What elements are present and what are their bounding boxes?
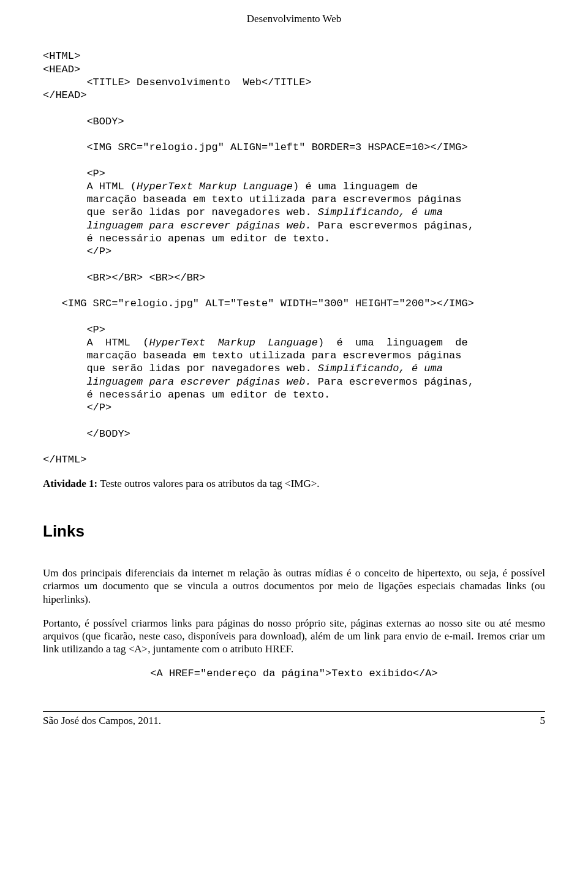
- code-line: A HTML (HyperText Markup Language) é uma…: [43, 337, 468, 349]
- page-header-title: Desenvolvimento Web: [43, 12, 545, 26]
- activity-label: Atividade 1:: [43, 478, 97, 489]
- code-line: que serão lidas por navegadores web. Sim…: [43, 363, 443, 374]
- activity-1: Atividade 1: Teste outros valores para o…: [43, 477, 545, 491]
- footer-page-number: 5: [540, 714, 546, 728]
- footer-left: São José dos Campos, 2011.: [43, 714, 161, 728]
- code-line: A HTML (HyperText Markup Language) é uma…: [43, 181, 418, 192]
- code-line: que serão lidas por navegadores web. Sim…: [43, 206, 443, 218]
- code-line: </P>: [43, 246, 111, 257]
- code-line: </BODY>: [43, 428, 130, 440]
- code-line: <HTML>: [43, 50, 80, 62]
- code-block-1: <HTML> <HEAD> <TITLE> Desenvolvimento We…: [43, 37, 545, 466]
- code-line: <IMG SRC="relogio.jpg" ALT="Teste" WIDTH…: [43, 298, 474, 309]
- code-line: marcação baseada em texto utilizada para…: [43, 194, 462, 205]
- activity-text: Teste outros valores para os atributos d…: [97, 478, 319, 489]
- code-line: <P>: [43, 324, 105, 336]
- code-line: é necessário apenas um editor de texto.: [43, 389, 330, 401]
- links-heading: Links: [43, 521, 545, 542]
- code-line: linguagem para escrever páginas web. Par…: [43, 376, 474, 388]
- code-line: <IMG SRC="relogio.jpg" ALIGN="left" BORD…: [43, 141, 468, 153]
- code-line: <BODY>: [43, 116, 124, 127]
- code-line: <BR></BR> <BR></BR>: [43, 272, 205, 284]
- code-line: linguagem para escrever páginas web. Par…: [43, 220, 474, 232]
- page-footer: São José dos Campos, 2011. 5: [43, 711, 545, 728]
- code-line: <HEAD>: [43, 64, 80, 75]
- links-paragraph-1: Um dos principais diferenciais da intern…: [43, 567, 545, 606]
- code-line: <P>: [43, 168, 105, 179]
- link-code-example: <A HREF="endereço da página">Texto exibi…: [43, 667, 545, 680]
- code-line: é necessário apenas um editor de texto.: [43, 233, 330, 244]
- code-line: </HEAD>: [43, 89, 86, 101]
- code-line: </HTML>: [43, 454, 86, 466]
- code-line: marcação baseada em texto utilizada para…: [43, 350, 462, 361]
- code-line: <TITLE> Desenvolvimento Web</TITLE>: [43, 77, 312, 88]
- links-paragraph-2: Portanto, é possível criarmos links para…: [43, 617, 545, 656]
- code-line: </P>: [43, 402, 111, 413]
